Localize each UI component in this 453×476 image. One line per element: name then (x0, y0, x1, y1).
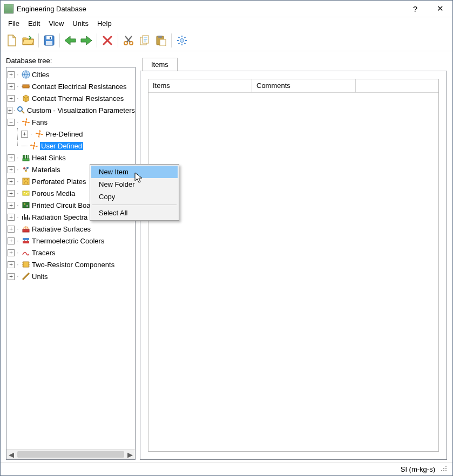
context-menu: New Item New Folder Copy Select All (90, 164, 179, 221)
engineering-database-window: Engineering Database ? ✕ File Edit View … (0, 0, 453, 476)
tree-item-label: Units (32, 273, 48, 281)
tree-item-contact-electrical[interactable]: +· Contact Electrical Resistances (8, 80, 135, 92)
toolbar-back-button[interactable] (62, 32, 78, 49)
porous-icon (22, 189, 30, 198)
tree-item-tec[interactable]: +· Thermoelectric Coolers (8, 235, 135, 247)
expand-toggle[interactable]: + (8, 71, 15, 78)
toolbar-settings-button[interactable] (174, 32, 190, 49)
svg-rect-1 (46, 36, 52, 39)
toolbar-forward-button[interactable] (78, 32, 94, 49)
close-button[interactable]: ✕ (428, 1, 452, 17)
tracer-icon (22, 248, 30, 257)
expand-toggle[interactable]: + (8, 273, 15, 280)
save-icon (44, 35, 55, 46)
scroll-thumb[interactable] (17, 451, 124, 458)
col-items[interactable]: Items (148, 79, 252, 92)
resize-grip-icon[interactable] (441, 465, 448, 473)
svg-point-23 (24, 179, 25, 180)
tree-item-heatsinks[interactable]: +· Heat Sinks (8, 152, 135, 164)
tree-label: Database tree: (6, 57, 136, 65)
menu-help[interactable]: Help (93, 18, 116, 29)
svg-point-17 (33, 145, 35, 147)
svg-rect-2 (46, 41, 52, 45)
content-box: Items Comments (140, 71, 447, 460)
close-icon: ✕ (437, 4, 444, 13)
toolbar-paste-button[interactable] (153, 32, 169, 49)
right-pane: Items Items Comments (140, 57, 447, 460)
perforated-icon (22, 177, 30, 186)
menu-edit[interactable]: Edit (24, 18, 44, 29)
body: Database tree: +· Cities +· Contact Elec… (1, 51, 452, 462)
ctx-copy[interactable]: Copy (91, 191, 178, 203)
toolbar-delete-button[interactable] (99, 32, 116, 49)
tree-item-radiative-surfaces[interactable]: +· Radiative Surfaces (8, 223, 135, 235)
expand-toggle[interactable]: + (8, 154, 15, 161)
expand-toggle[interactable]: + (8, 190, 15, 197)
expand-toggle[interactable]: + (8, 214, 15, 221)
toolbar-copy-button[interactable] (137, 32, 153, 49)
toolbar-new-button[interactable] (4, 32, 20, 49)
expand-toggle[interactable]: + (8, 83, 15, 90)
scroll-right-icon[interactable]: ▶ (125, 450, 135, 459)
tree-item-label: Cities (32, 71, 50, 79)
col-comments[interactable]: Comments (252, 79, 356, 92)
resistor-icon (22, 82, 30, 91)
svg-point-29 (24, 192, 25, 193)
help-button[interactable]: ? (403, 1, 428, 17)
spectrum-icon (22, 213, 30, 221)
menu-file[interactable]: File (4, 18, 24, 29)
tree-item-label: Materials (32, 166, 60, 174)
app-icon (4, 4, 13, 13)
toolbar-save-button[interactable] (41, 32, 57, 49)
svg-rect-10 (160, 39, 166, 46)
svg-point-14 (18, 107, 22, 111)
new-file-icon (6, 35, 17, 46)
svg-rect-32 (23, 202, 29, 208)
tree-item-custom-viz[interactable]: +· Custom - Visualization Parameters (8, 104, 135, 116)
expand-toggle[interactable]: + (8, 178, 15, 185)
arrow-left-icon (64, 36, 76, 45)
expand-toggle[interactable]: + (8, 107, 12, 114)
status-units: SI (m-kg-s) (401, 465, 435, 473)
expand-toggle[interactable]: + (8, 166, 15, 173)
tree-item-tracers[interactable]: +· Tracers (8, 247, 135, 259)
svg-point-26 (27, 182, 28, 183)
expand-toggle[interactable]: + (8, 261, 15, 268)
expand-toggle[interactable]: + (8, 202, 15, 209)
scroll-left-icon[interactable]: ◀ (6, 450, 16, 459)
copy-icon (139, 35, 150, 46)
tree-item-fans[interactable]: −· Fans (8, 116, 135, 128)
tree-box: +· Cities +· Contact Electrical Resistan… (6, 67, 136, 460)
tree-item-label: Contact Electrical Resistances (32, 83, 127, 91)
tree-item-cities[interactable]: +· Cities (8, 69, 135, 80)
menu-view[interactable]: View (44, 18, 68, 29)
help-icon: ? (413, 4, 417, 13)
ctx-new-folder[interactable]: New Folder (91, 178, 178, 191)
tab-items[interactable]: Items (142, 58, 178, 71)
toolbar-cut-button[interactable] (120, 32, 137, 49)
units-icon (22, 272, 30, 281)
svg-point-15 (25, 121, 27, 123)
items-grid[interactable]: Items Comments (148, 79, 439, 452)
toolbar-open-button[interactable] (20, 32, 36, 49)
expand-toggle[interactable]: + (21, 131, 28, 138)
svg-point-31 (28, 192, 29, 193)
tree-item-contact-thermal[interactable]: +· Contact Thermal Resistances (8, 92, 135, 104)
ctx-select-all[interactable]: Select All (91, 207, 178, 219)
expand-toggle[interactable]: + (8, 249, 15, 256)
svg-rect-36 (23, 238, 29, 240)
tree-hscrollbar[interactable]: ◀ ▶ (6, 449, 135, 459)
svg-point-11 (180, 39, 184, 43)
ctx-new-item[interactable]: New Item (91, 166, 178, 178)
fan-icon (22, 118, 30, 126)
expand-toggle[interactable]: + (8, 237, 15, 244)
menu-units[interactable]: Units (68, 18, 93, 29)
tree-item-units[interactable]: +· Units (8, 270, 135, 282)
expand-toggle[interactable]: + (8, 95, 15, 102)
window-title: Engineering Database (17, 5, 86, 13)
tree-item-predefined[interactable]: +· Pre-Defined (8, 128, 135, 140)
expand-toggle[interactable]: + (8, 226, 15, 233)
tree-item-tworesistor[interactable]: +· Two-Resistor Components (8, 259, 135, 270)
tree-item-userdefined[interactable]: User Defined (8, 140, 135, 152)
collapse-toggle[interactable]: − (8, 119, 15, 126)
